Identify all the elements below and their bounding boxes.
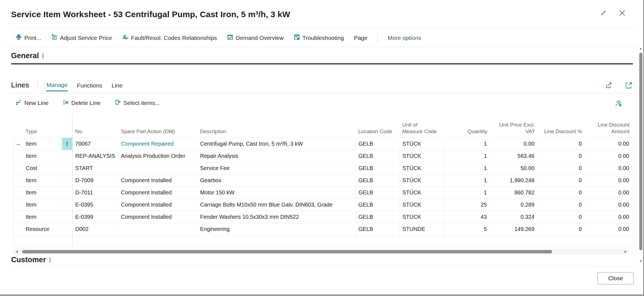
unit-price-cell[interactable]: 860.782 — [491, 186, 538, 199]
row-indicator-cell[interactable] — [13, 150, 23, 162]
scroll-left-icon[interactable]: ◄ — [15, 249, 19, 255]
location-code-cell[interactable]: GELB — [356, 211, 400, 223]
spare-part-action-cell[interactable]: Component Installed — [118, 211, 197, 223]
col-header-uom-code[interactable]: Unit of Measure Code — [400, 113, 444, 138]
no-cell[interactable]: D002 — [73, 223, 118, 235]
line-discount-amount-cell[interactable]: 0.00 — [586, 174, 633, 186]
col-header-no[interactable]: No. — [73, 113, 118, 138]
col-header-quantity[interactable]: Quantity — [444, 113, 491, 138]
quantity-cell[interactable]: 43 — [444, 211, 491, 223]
tab-functions[interactable]: Functions — [76, 79, 103, 91]
description-cell[interactable]: Repair Analysis — [197, 150, 356, 162]
row-indicator-cell[interactable] — [13, 223, 23, 235]
row-menu-cell[interactable] — [62, 211, 73, 223]
location-code-cell[interactable]: GELB — [356, 199, 400, 211]
type-cell[interactable] — [23, 235, 62, 246]
open-in-new-window-icon[interactable] — [625, 82, 632, 89]
line-discount-amount-cell[interactable]: 0.00 — [586, 162, 633, 174]
row-menu-cell[interactable] — [62, 162, 73, 174]
quantity-cell[interactable]: 25 — [444, 199, 491, 211]
row-menu-cell[interactable] — [62, 186, 73, 199]
line-discount-pct-cell[interactable]: 0 — [538, 186, 586, 199]
horizontal-scrollbar-thumb[interactable] — [22, 250, 552, 253]
type-cell[interactable]: Item — [23, 138, 62, 150]
spare-part-action-cell[interactable] — [118, 162, 197, 174]
general-section-toggle[interactable]: General ⟩ — [11, 51, 44, 60]
row-menu-cell[interactable] — [62, 223, 73, 235]
line-discount-amount-cell[interactable] — [586, 235, 633, 246]
vertical-scrollbar[interactable]: ▲ ▼ — [639, 47, 643, 263]
no-cell[interactable]: REP-ANALYSIS — [73, 150, 118, 162]
quantity-cell[interactable]: 1 — [444, 186, 491, 199]
row-indicator-cell[interactable] — [13, 199, 23, 211]
unit-price-cell[interactable]: 0.00 — [491, 138, 538, 150]
row-indicator-cell[interactable] — [13, 211, 23, 223]
select-items-button[interactable]: Select items... — [115, 99, 160, 107]
col-header-line-discount-pct[interactable]: Line Discount % — [538, 113, 586, 138]
no-cell[interactable]: START — [73, 162, 118, 174]
line-discount-pct-cell[interactable]: 0 — [538, 174, 586, 186]
type-cell[interactable]: Resource — [23, 223, 62, 235]
col-header-spare-part-action[interactable]: Spare Part Action (DM) — [118, 113, 197, 138]
spare-part-action-cell[interactable]: Analysis Production Order — [118, 150, 197, 162]
scroll-up-icon[interactable]: ▲ — [639, 47, 642, 50]
no-cell[interactable]: E-0395 — [73, 199, 118, 211]
no-cell[interactable] — [73, 235, 118, 246]
row-indicator-cell[interactable] — [13, 162, 23, 174]
quantity-cell[interactable]: 1 — [444, 150, 491, 162]
more-options-button[interactable]: More options — [388, 35, 421, 41]
row-indicator-cell[interactable]: → — [13, 138, 23, 150]
new-line-button[interactable]: New Line — [15, 99, 49, 107]
location-code-cell[interactable] — [356, 235, 400, 246]
location-code-cell[interactable]: GELB — [356, 223, 400, 235]
no-cell[interactable]: E-0399 — [73, 211, 118, 223]
uom-cell[interactable]: STÜCK — [400, 138, 444, 150]
close-button[interactable]: Close — [598, 272, 634, 284]
unit-price-cell[interactable]: 1,990.248 — [491, 174, 538, 186]
row-menu-cell[interactable] — [62, 235, 73, 246]
unit-price-cell[interactable]: 0.324 — [491, 211, 538, 223]
demand-overview-button[interactable]: Demand Overview — [227, 34, 284, 42]
line-discount-pct-cell[interactable]: 0 — [538, 162, 586, 174]
row-indicator-cell[interactable] — [13, 186, 23, 199]
type-cell[interactable]: Cost — [23, 162, 62, 174]
horizontal-scrollbar[interactable]: ◄ ► — [14, 249, 629, 255]
line-discount-amount-cell[interactable]: 0.00 — [586, 186, 633, 199]
description-cell[interactable] — [197, 235, 356, 246]
tab-line[interactable]: Line — [111, 79, 123, 91]
row-menu-cell[interactable] — [62, 199, 73, 211]
description-cell[interactable]: Engineering — [197, 223, 356, 235]
row-menu-cell[interactable] — [62, 150, 73, 162]
location-code-cell[interactable]: GELB — [356, 150, 400, 162]
col-header-location-code[interactable]: Location Code — [356, 113, 400, 138]
quantity-cell[interactable] — [444, 235, 491, 246]
line-discount-amount-cell[interactable]: 0.00 — [586, 223, 633, 235]
col-header-description[interactable]: Description — [197, 113, 356, 138]
customer-section-toggle[interactable]: Customer ⟩ — [11, 255, 51, 264]
row-menu-cell[interactable] — [62, 174, 73, 186]
line-discount-amount-cell[interactable]: 0.00 — [586, 199, 633, 211]
uom-cell[interactable]: STÜCK — [400, 211, 444, 223]
line-discount-amount-cell[interactable]: 0.00 — [586, 150, 633, 162]
row-indicator-cell[interactable] — [13, 235, 23, 246]
description-cell[interactable]: Fender Washers 10.5x30x3 mm DIN522 — [197, 211, 356, 223]
delete-line-button[interactable]: Delete Line — [63, 99, 101, 107]
unit-price-cell[interactable]: 0.289 — [491, 199, 538, 211]
location-code-cell[interactable]: GELB — [356, 186, 400, 199]
scroll-right-icon[interactable]: ► — [624, 249, 627, 255]
collapse-icon[interactable] — [599, 8, 608, 18]
spare-part-action-cell[interactable]: Component Repaired — [118, 138, 197, 150]
location-code-cell[interactable]: GELB — [356, 138, 400, 150]
spare-part-action-cell[interactable] — [118, 223, 197, 235]
line-discount-pct-cell[interactable]: 0 — [538, 199, 586, 211]
fault-resol-codes-button[interactable]: & Fault/Resol. Codes Relationships — [122, 34, 217, 42]
type-cell[interactable]: Item — [23, 199, 62, 211]
page-menu-button[interactable]: Page — [354, 35, 368, 41]
spare-part-action-cell[interactable]: Component Installed — [118, 199, 197, 211]
line-discount-pct-cell[interactable] — [538, 235, 586, 246]
col-header-type[interactable]: Type — [23, 113, 73, 138]
description-cell[interactable]: Motor 150 kW — [197, 186, 356, 199]
line-discount-amount-cell[interactable]: 0.00 — [586, 211, 633, 223]
quantity-cell[interactable]: 1 — [444, 162, 491, 174]
spare-part-action-cell[interactable]: Component Installed — [118, 174, 197, 186]
